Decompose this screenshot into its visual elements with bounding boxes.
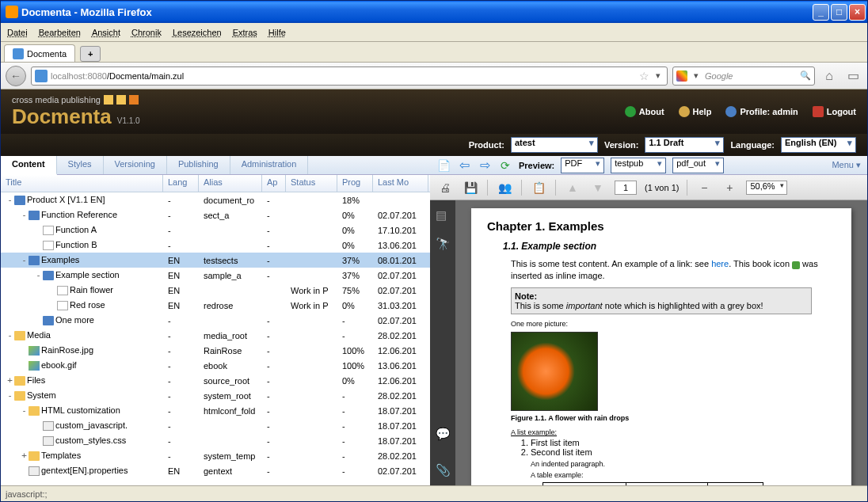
product-select[interactable]: atest: [511, 137, 598, 153]
tree-toggle[interactable]: +: [6, 375, 14, 386]
close-button[interactable]: ×: [849, 4, 866, 21]
zoom-in-icon[interactable]: +: [721, 179, 738, 196]
tree-row[interactable]: custom_styles.css---18.07.201: [1, 433, 430, 448]
search-engine-dropdown[interactable]: ▾: [691, 70, 702, 81]
tree-row[interactable]: Red roseENredroseWork in P0%31.03.201: [1, 298, 430, 313]
col-lastmod[interactable]: Last Mo: [373, 175, 428, 192]
new-tab-button[interactable]: +: [80, 46, 101, 62]
tree-body[interactable]: -Product X [V1.1 EN]-document_ro-18%-Fun…: [1, 192, 430, 485]
menu-chronik[interactable]: Chronik: [131, 28, 162, 37]
prev-arrow-icon[interactable]: ⇦: [457, 158, 471, 173]
profile-link[interactable]: Profile: admin: [725, 106, 798, 117]
col-prog[interactable]: Prog: [337, 175, 373, 192]
version-select[interactable]: 1.1 Draft: [645, 137, 724, 153]
tree-row[interactable]: custom_javascript.---18.07.201: [1, 418, 430, 433]
tree-toggle[interactable]: -: [6, 330, 14, 340]
home-button[interactable]: ⌂: [820, 67, 839, 86]
page-down-icon[interactable]: ▼: [589, 179, 607, 196]
share-icon[interactable]: 👥: [496, 179, 513, 196]
menu-bearbeiten[interactable]: Bearbeiten: [39, 28, 81, 37]
tree-row[interactable]: -System-system_root--28.02.201: [1, 388, 430, 403]
tree-toggle[interactable]: -: [20, 405, 29, 416]
col-status[interactable]: Status: [286, 175, 337, 192]
tree-row[interactable]: +Templates-system_temp--28.02.201: [1, 448, 430, 463]
tab-administration[interactable]: Administration: [230, 156, 309, 174]
tree-row[interactable]: Function A--0%17.10.201: [1, 222, 430, 238]
menu-link[interactable]: Menu ▾: [832, 160, 861, 170]
tree-row[interactable]: -Product X [V1.1 EN]-document_ro-18%: [1, 192, 430, 207]
col-title[interactable]: Title: [1, 175, 163, 192]
col-alias[interactable]: Alias: [199, 175, 262, 192]
url-bar[interactable]: localhost:8080/Docmenta/main.zul ☆ ▾: [31, 67, 668, 86]
tab-styles[interactable]: Styles: [57, 156, 104, 174]
about-link[interactable]: About: [625, 106, 664, 117]
logout-link[interactable]: Logout: [813, 106, 856, 117]
tree-row[interactable]: gentext[EN].propertiesENgentext--02.07.2…: [1, 463, 430, 478]
tree-toggle[interactable]: -: [20, 255, 29, 265]
attachment-icon[interactable]: 📎: [436, 463, 450, 477]
thumbnails-icon[interactable]: ▤: [436, 208, 450, 222]
maximize-button[interactable]: □: [831, 4, 847, 21]
page-input[interactable]: [615, 181, 637, 195]
tree-row[interactable]: +Files-source_root-0%12.06.201: [1, 373, 430, 388]
tree-row[interactable]: -Function Reference-sect_a-0%02.07.201: [1, 207, 430, 222]
menu-lesezeichen[interactable]: Lesezeichen: [173, 28, 222, 37]
menu-ansicht[interactable]: Ansicht: [92, 28, 120, 37]
tree-row[interactable]: Rain flowerENWork in P75%02.07.201: [1, 283, 430, 298]
tree-row[interactable]: -ExamplesENtestsects-37%08.01.201: [1, 253, 430, 268]
tree-row[interactable]: -Example sectionENsample_a-37%02.07.201: [1, 268, 430, 283]
browser-tab[interactable]: Docmenta: [4, 44, 75, 62]
tree-row[interactable]: ebook.gif-ebook-100%13.06.201: [1, 358, 430, 373]
tree-row[interactable]: One more---02.07.201: [1, 313, 430, 328]
note-box: Note: This is some important note which …: [511, 287, 812, 314]
more-picture-text: One more picture:: [511, 319, 836, 329]
tree-toggle[interactable]: +: [20, 451, 29, 461]
comments-icon[interactable]: 💬: [436, 427, 450, 441]
zoom-select[interactable]: 50,6%: [746, 181, 786, 195]
preview-out-select[interactable]: pdf_out: [672, 158, 724, 173]
tab-content[interactable]: Content: [1, 156, 57, 175]
tab-publishing[interactable]: Publishing: [167, 156, 230, 174]
page-up-icon[interactable]: ▲: [564, 179, 581, 196]
info-icon: [625, 106, 636, 117]
minimize-button[interactable]: _: [813, 4, 829, 21]
tree-row[interactable]: RainRose.jpg-RainRose-100%12.06.201: [1, 343, 430, 358]
cell-alias: RainRose: [199, 346, 262, 356]
pdf-page-area[interactable]: Chapter 1. Examples 1.1. Example section…: [455, 200, 867, 485]
tree-row[interactable]: Function B--0%13.06.201: [1, 238, 430, 253]
print-icon[interactable]: 🖨: [436, 179, 454, 196]
tab-versioning[interactable]: Versioning: [104, 156, 167, 174]
bookmarks-button[interactable]: ▭: [843, 67, 862, 86]
help-link[interactable]: Help: [679, 106, 712, 117]
example-list: First list item Second list item: [531, 438, 836, 457]
col-lang[interactable]: Lang: [163, 175, 199, 192]
tree-toggle[interactable]: -: [6, 390, 14, 401]
back-button[interactable]: ←: [6, 66, 26, 86]
search-box[interactable]: ▾ Google 🔍: [672, 67, 815, 86]
tree-row[interactable]: -HTML customization-htmlconf_fold--18.07…: [1, 403, 430, 418]
cell-lastmod: 28.02.201: [373, 451, 428, 461]
menu-extras[interactable]: Extras: [233, 28, 257, 37]
here-link[interactable]: here: [711, 259, 729, 268]
tree-toggle[interactable]: -: [20, 210, 29, 220]
search-icon[interactable]: 🔍: [800, 70, 811, 81]
refresh-icon[interactable]: ⟳: [498, 158, 512, 173]
menu-datei[interactable]: Datei: [7, 28, 28, 37]
bookmark-star-icon[interactable]: ☆: [639, 70, 649, 82]
col-ap[interactable]: Ap: [262, 175, 286, 192]
site-identity-icon[interactable]: [35, 70, 48, 82]
url-dropdown-icon[interactable]: ▾: [653, 70, 664, 81]
preview-pub-select[interactable]: testpub: [611, 158, 666, 173]
language-select[interactable]: English (EN): [781, 137, 856, 153]
open-icon[interactable]: 📋: [530, 179, 547, 196]
tree-toggle[interactable]: -: [6, 195, 14, 205]
menu-hilfe[interactable]: Hilfe: [268, 28, 286, 37]
tree-toggle[interactable]: -: [34, 270, 43, 280]
preview-format-select[interactable]: PDF: [561, 158, 604, 173]
tree-row[interactable]: -Media-media_root--28.02.201: [1, 328, 430, 343]
save-icon[interactable]: 💾: [462, 179, 479, 196]
zoom-out-icon[interactable]: −: [695, 179, 713, 196]
binoculars-icon[interactable]: 🔭: [436, 237, 450, 251]
pdf-icon[interactable]: 📄: [436, 158, 451, 173]
next-arrow-icon[interactable]: ⇨: [478, 158, 492, 173]
